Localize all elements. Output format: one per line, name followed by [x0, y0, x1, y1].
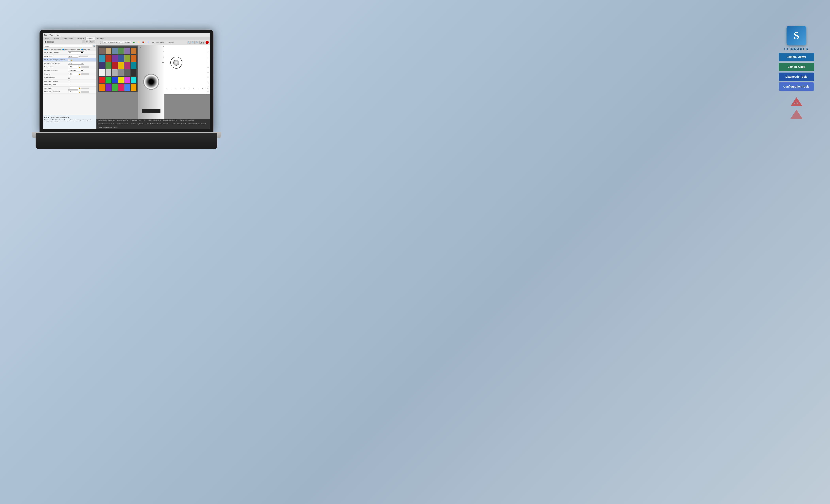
feature-list: Black Level Selector All Black Level — [43, 51, 96, 115]
menu-view[interactable]: View — [50, 34, 53, 36]
status-zoom: Zoom Level: 47% — [117, 119, 128, 121]
search-bar: 🔍 — [43, 44, 96, 48]
tab-sequencer[interactable]: Sequencer — [95, 37, 106, 40]
spinnaker-logo: S — [787, 26, 806, 45]
feature-sharpening-threshold: Sharpening Threshold 🔒 — [43, 90, 96, 94]
bottom-logo-2 — [790, 109, 803, 120]
tab-devices[interactable]: Devices — [43, 37, 52, 40]
tab-image-format[interactable]: Image Format — [61, 37, 74, 40]
input-gamma[interactable] — [68, 73, 78, 75]
description-text: Enable the black level auto clamping fea… — [44, 119, 95, 123]
color-patch — [131, 84, 136, 91]
toolbar-icon-1[interactable]: ≡ — [82, 40, 85, 43]
input-sharpening-threshold[interactable] — [68, 91, 78, 93]
main-content: ⚙ Settings ≡ ⊞ ⊟ ✂ 🔍 — [43, 40, 210, 129]
checkbox-black-level-clamping[interactable]: ✓ — [68, 59, 70, 61]
color-patch — [118, 48, 124, 54]
color-patch — [105, 77, 111, 84]
feature-name-sharpening-enable: Sharpening Enable — [44, 80, 68, 82]
sample-code-button[interactable]: Sample Code — [778, 63, 814, 71]
spinnaker-brand-name: SPINNAKER — [784, 47, 809, 51]
input-balance-ratio[interactable] — [68, 66, 78, 68]
search-description-option[interactable]: Search description area — [44, 49, 61, 51]
checkbox-gamma-enable[interactable]: ✓ — [68, 77, 70, 78]
menu-help[interactable]: Help — [56, 34, 60, 36]
toolbar-icons: ≡ ⊞ ⊟ ✂ — [82, 40, 95, 43]
gradient-area: 2 46810 — [138, 45, 164, 119]
lock-icon-balance: 🔒 — [78, 66, 81, 68]
svg-rect-3 — [202, 42, 203, 43]
toolbar-icon-2[interactable]: ⊞ — [86, 40, 88, 43]
color-patch — [105, 48, 111, 54]
download-button[interactable]: ⬇ — [146, 40, 150, 44]
slider-sharpening[interactable] — [81, 88, 89, 89]
test-chart: 12345678910 2 4 6 8 — [164, 45, 210, 94]
checkbox-sharpening-enable[interactable] — [68, 80, 70, 82]
toolbar-icon-4[interactable]: ✂ — [92, 40, 95, 43]
status-link-recovery: Link Recovery Count: 0 — [130, 123, 145, 125]
status-link-error: Link Error Count: 0 — [116, 123, 128, 125]
svg-rect-1 — [201, 42, 201, 43]
feature-value-gamma: 🔒 — [68, 73, 95, 75]
feature-value-balance-ratio: 🔒 — [68, 66, 95, 68]
feature-balance-ratio: Balance Ratio 🔒 — [43, 65, 96, 69]
color-patch — [131, 77, 136, 84]
stop-button[interactable]: ⏹ — [141, 40, 145, 44]
zoom-in-button[interactable]: 🔍 — [187, 41, 191, 44]
feature-balance-white-auto: Balance White Auto Continuous — [43, 69, 96, 72]
svg-marker-7 — [791, 110, 802, 119]
pause-button[interactable]: ⏸ — [136, 40, 140, 44]
select-black-level-selector[interactable]: All — [68, 52, 84, 54]
laptop-keyboard — [36, 133, 217, 149]
match-whole-option[interactable]: Match whole search word — [62, 49, 79, 51]
camera-tab[interactable]: Blackfly S BFS-U3-51S5C 17579896 — [102, 41, 131, 44]
color-patch — [124, 55, 130, 62]
lock-icon-clamping: 🔒 — [70, 59, 72, 61]
camera-viewer-button[interactable]: Camera Viewer — [778, 53, 814, 61]
slider-gamma[interactable] — [81, 73, 89, 75]
toolbar-icon-3[interactable]: ⊟ — [89, 40, 92, 43]
navigate-back-button[interactable]: ◁ — [98, 40, 102, 44]
input-sharpening[interactable] — [68, 87, 78, 90]
color-patch — [112, 62, 118, 69]
tab-processing[interactable]: Processing — [74, 37, 86, 40]
status-stream-lost: Stream Lost Frame Count: 0 — [188, 123, 206, 125]
slider-sharpening-threshold[interactable] — [81, 91, 89, 93]
feature-sharpening: Sharpening 🔒 — [43, 87, 96, 90]
zoom-out-button[interactable]: 🔍 — [191, 41, 195, 44]
zoom-fit-button[interactable]: 🔍 — [195, 41, 199, 44]
color-patch — [118, 62, 124, 69]
feature-name-sharpening-threshold: Sharpening Threshold — [44, 91, 68, 93]
checkbox-sharpening-auto[interactable] — [68, 84, 70, 86]
color-patch — [99, 62, 105, 69]
search-input[interactable] — [44, 45, 92, 48]
feature-name-sharpening-auto: Sharpening Auto — [44, 84, 68, 86]
color-patch — [99, 55, 105, 62]
status-display-fps: Display FPS: 24.3 Hz — [148, 119, 161, 121]
svg-marker-5 — [791, 97, 802, 106]
match-case-option[interactable]: Match case — [81, 49, 90, 51]
record-button[interactable] — [205, 41, 209, 44]
status-bar: Cursor Position: X:0 , Y:405 Zoom Level:… — [96, 119, 210, 129]
color-patch — [99, 48, 105, 54]
histogram-button[interactable] — [199, 41, 205, 44]
select-balance-ratio[interactable]: Red — [68, 62, 84, 65]
color-patch — [105, 55, 111, 62]
configuration-tools-button[interactable]: Configuration Tools — [778, 83, 814, 91]
feature-value-balance-ratio-selector: Red — [68, 62, 95, 65]
description-area: Black Level Clamping Enable Enable the b… — [43, 115, 96, 129]
slider-balance-ratio[interactable] — [81, 66, 89, 68]
tab-settings[interactable]: Settings — [52, 37, 61, 40]
play-button[interactable]: ▶ — [132, 40, 136, 44]
select-balance-white-auto[interactable]: Continuous — [68, 69, 84, 72]
tab-features[interactable]: Features — [86, 37, 95, 40]
status-camera-fps: Camera FPS: 24.1 Hz — [163, 119, 177, 121]
feature-value-black-level-clamping: ✓ 🔒 — [68, 59, 95, 61]
diagnostic-tools-button[interactable]: Diagnostic Tools — [778, 72, 814, 81]
color-patch — [105, 84, 111, 91]
menu-file[interactable]: File — [44, 34, 47, 36]
slider-black-level[interactable] — [80, 56, 88, 57]
search-button[interactable]: 🔍 — [93, 45, 95, 48]
input-black-level[interactable] — [68, 55, 78, 58]
feature-value-sharpening-auto — [68, 84, 95, 86]
